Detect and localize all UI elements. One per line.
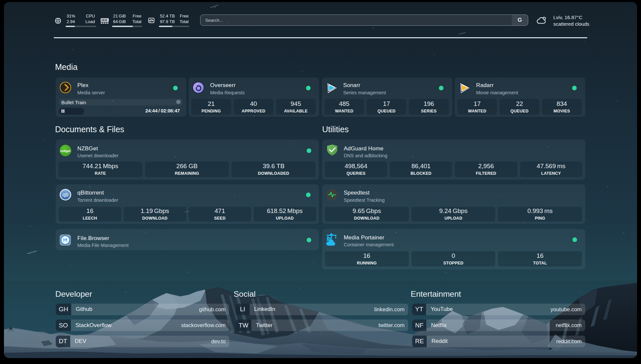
svg-text:qb: qb — [63, 192, 69, 197]
svg-text:nzbget: nzbget — [60, 149, 71, 153]
